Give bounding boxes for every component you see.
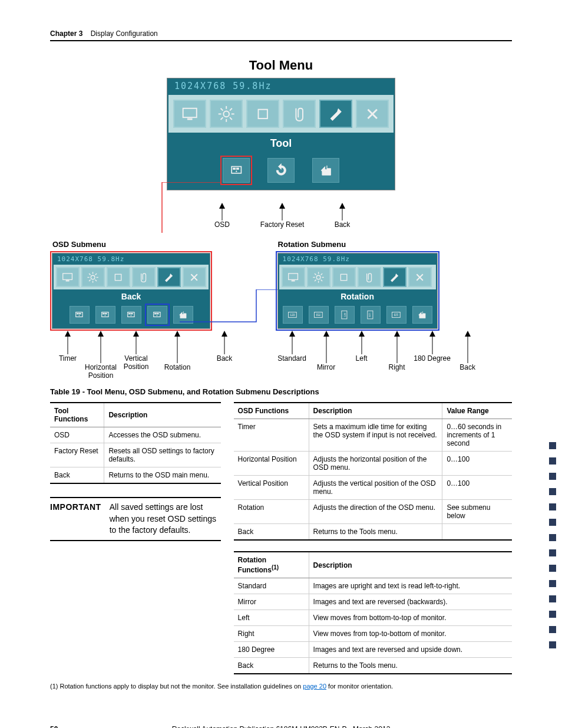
- chapter-subtitle: Display Configuration: [91, 29, 158, 38]
- page-title: Tool Menu: [50, 58, 512, 73]
- back-icon: [412, 306, 432, 324]
- table-row: RotationAdjusts the direction of the OSD…: [234, 500, 512, 524]
- back-icon: [312, 158, 339, 183]
- brightness-icon: [81, 267, 105, 287]
- important-note: IMPORTANT All saved settings are lost wh…: [50, 497, 221, 541]
- arrow-icon: [174, 331, 181, 363]
- page-footer: 50 Rockwell Automation Publication 6186M…: [50, 725, 512, 728]
- page-number: 50: [50, 725, 58, 728]
- page-link[interactable]: page 20: [303, 683, 326, 690]
- main-icon-row: [168, 95, 394, 133]
- arrow-icon: [64, 331, 71, 354]
- tool-icon: [157, 267, 181, 287]
- callout-timer: Timer: [44, 354, 91, 363]
- input-icon: [358, 267, 381, 287]
- rotation-icon: [147, 306, 167, 324]
- table-row: Horizontal PositionAdjusts the horizonta…: [234, 452, 512, 476]
- callout-right: Right: [373, 363, 421, 371]
- exit-icon: [356, 100, 389, 128]
- chapter-header: Chapter 3 Display Configuration: [50, 29, 512, 41]
- th-description: Description: [309, 403, 442, 419]
- table-row: Vertical PositionAdjusts the vertical po…: [234, 476, 512, 500]
- display-icon: [246, 100, 279, 128]
- osd-functions-table: OSD Functions Description Value Range Ti…: [234, 402, 512, 541]
- important-text: All saved settings are lost when you res…: [110, 502, 221, 536]
- osd-label: Rotation: [279, 289, 436, 305]
- brightness-icon: [210, 100, 243, 128]
- side-binding-marks: [549, 442, 556, 648]
- display-icon: [107, 267, 130, 287]
- tool-menu-osd: 1024X768 59.8Hz Tool: [167, 78, 395, 190]
- callout-back: Back: [201, 354, 248, 363]
- table-row: BackReturns to the Tools menu.: [234, 524, 512, 541]
- table-row: StandardImages are upright and text is r…: [234, 578, 512, 594]
- chapter-number: Chapter 3: [50, 29, 82, 38]
- table-row: RightView moves from top-to-bottom of mo…: [234, 626, 512, 642]
- osd-label: Tool: [168, 133, 394, 156]
- arrow-icon: [221, 331, 228, 354]
- table-row: 180 DegreeImages and text are reversed a…: [234, 642, 512, 658]
- red-callout-line: [47, 182, 224, 233]
- vpos-icon: [121, 306, 141, 324]
- callout-standard: Standard: [269, 354, 316, 363]
- th-rotation-functions: Rotation Functions(1): [234, 552, 309, 578]
- th-description: Description: [104, 403, 221, 427]
- tool-functions-table: Tool Functions Description OSDAccesses t…: [50, 402, 221, 484]
- hpos-icon: [95, 306, 115, 324]
- callout-180: 180 Degree: [409, 354, 456, 363]
- footnote: (1) Rotation functions apply to display …: [50, 683, 512, 690]
- arrow-icon: [133, 331, 140, 354]
- rotation-submenu-title: Rotation Submenu: [278, 240, 512, 249]
- table-row: BackReturns to the OSD main menu.: [50, 467, 221, 484]
- arrow-icon: [358, 331, 365, 354]
- callout-back: Back: [444, 363, 491, 371]
- right-icon: [361, 306, 381, 324]
- main-icon-row: [279, 265, 436, 289]
- table-row: Factory ResetResets all OSD settings to …: [50, 443, 221, 467]
- table-row: LeftView moves from bottom-to-top of mon…: [234, 610, 512, 626]
- exit-icon: [408, 267, 432, 287]
- osd-submenu-title: OSD Submenu: [52, 240, 269, 249]
- th-osd-functions: OSD Functions: [234, 403, 309, 419]
- arrow-icon: [464, 331, 471, 363]
- monitor-icon: [282, 267, 305, 287]
- callout-vpos: Vertical Position: [113, 354, 160, 371]
- factory-reset-icon: [267, 158, 295, 183]
- th-description: Description: [309, 552, 512, 578]
- timer-icon: [70, 306, 90, 324]
- mirror-icon: [309, 306, 329, 324]
- table-caption: Table 19 - Tool Menu, OSD Submenu, and R…: [50, 387, 512, 396]
- brightness-icon: [307, 267, 330, 287]
- table-row: TimerSets a maximum idle time for exitin…: [234, 419, 512, 452]
- exit-icon: [183, 267, 206, 287]
- arrow-icon: [323, 331, 330, 363]
- arrow-icon: [97, 331, 104, 363]
- important-label: IMPORTANT: [50, 502, 101, 513]
- callout-rotation: Rotation: [154, 363, 201, 371]
- rotation-functions-table: Rotation Functions(1) Description Standa…: [234, 551, 512, 674]
- th-tool-functions: Tool Functions: [50, 403, 104, 427]
- arrow-icon: [394, 331, 401, 363]
- table-row: BackReturns to the Tools menu.: [234, 658, 512, 674]
- table-row: OSDAccesses the OSD submenu.: [50, 427, 221, 443]
- 180-icon: [386, 306, 406, 324]
- tool-icon: [383, 267, 406, 287]
- display-icon: [332, 267, 356, 287]
- table-row: MirrorImages and text are reversed (back…: [234, 594, 512, 610]
- left-icon: [335, 306, 355, 324]
- standard-icon: [283, 306, 303, 324]
- resolution-text: 1024X768 59.8Hz: [54, 255, 209, 265]
- resolution-text: 1024X768 59.8Hz: [168, 80, 394, 95]
- monitor-icon: [173, 100, 206, 128]
- osd-submenu-icon: [223, 158, 250, 183]
- input-icon: [132, 267, 156, 287]
- input-icon: [283, 100, 316, 128]
- publication-id: Rockwell Automation Publication 6186M-UM…: [172, 725, 391, 728]
- th-value-range: Value Range: [442, 403, 512, 419]
- callout-back: Back: [319, 220, 366, 229]
- rotation-sub-row: [279, 305, 436, 327]
- arrow-icon: [289, 331, 296, 354]
- callout-factory-reset: Factory Reset: [259, 220, 306, 229]
- main-icon-row: [54, 265, 209, 289]
- arrow-icon: [429, 331, 436, 354]
